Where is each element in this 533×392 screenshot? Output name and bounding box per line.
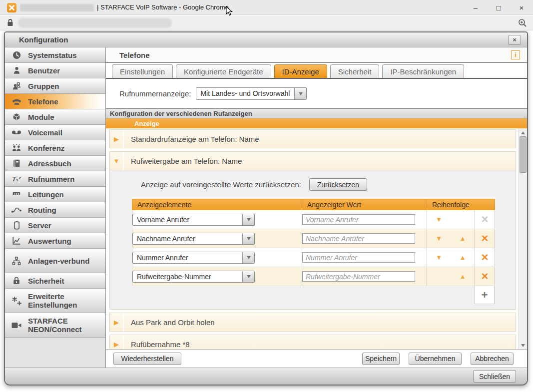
routing-icon xyxy=(5,206,28,213)
address-bar xyxy=(0,15,533,30)
chevron-down-icon[interactable] xyxy=(242,233,254,244)
tab-konfigurierte-endgeraete[interactable]: Konfigurierte Endgeräte xyxy=(176,64,271,78)
sidebar-item-systemstatus[interactable]: Systemstatus xyxy=(5,47,105,63)
move-up-icon[interactable]: ▲ xyxy=(451,273,475,280)
abbrechen-button[interactable]: Abbrechen xyxy=(471,353,514,365)
scroll-up-icon[interactable] xyxy=(519,129,527,136)
scroll-down-icon[interactable] xyxy=(519,342,527,349)
expand-right-icon[interactable]: ▶ xyxy=(110,313,124,331)
sidebar-item-benutzer[interactable]: Benutzer xyxy=(5,63,105,78)
col-reihenfolge: Reihenfolge xyxy=(427,199,495,210)
dialog-header: Konfiguration × xyxy=(5,32,527,47)
col-angezeigter-wert: Angezeigter Wert xyxy=(302,199,427,210)
accordion-scroll-area: ▶ Standardrufanzeige am Telefon: Name ▼ … xyxy=(106,128,527,350)
delete-row-icon[interactable]: × xyxy=(482,231,489,245)
chart-icon xyxy=(5,236,28,245)
move-up-icon[interactable]: ▲ xyxy=(451,235,475,242)
move-up-icon[interactable]: ▲ xyxy=(451,254,475,261)
delete-row-icon[interactable]: × xyxy=(482,269,489,283)
chevron-down-icon[interactable] xyxy=(242,252,254,263)
sidebar-item-voicemail[interactable]: Voicemail xyxy=(5,125,105,140)
minimize-button[interactable]: – xyxy=(464,0,487,15)
delete-row-icon[interactable]: × xyxy=(482,250,489,264)
accordion-item-standardrufanzeige: ▶ Standardrufanzeige am Telefon: Name xyxy=(109,129,516,148)
tab-ip-beschraenkungen[interactable]: IP-Beschränkungen xyxy=(382,64,464,78)
rufweitergabe-content: Anzeige auf voreingestellte Werte zurück… xyxy=(110,170,516,309)
tab-einstellungen[interactable]: Einstellungen xyxy=(112,64,173,78)
close-window-button[interactable]: × xyxy=(510,0,533,15)
move-down-icon[interactable]: ▼ xyxy=(427,216,451,223)
schliessen-button[interactable]: Schließen xyxy=(473,370,516,383)
sidebar-item-anlagenverbund[interactable]: Anlagen-verbund xyxy=(5,249,105,273)
sidebar-item-module[interactable]: Module xyxy=(5,109,105,125)
window-title: | STARFACE VoIP Software - Google Chrome xyxy=(97,3,229,11)
sidebar-item-gruppen[interactable]: Gruppen xyxy=(5,78,105,94)
page-title-bar: Telefone i xyxy=(106,47,527,63)
zuruecksetzen-button[interactable]: Zurücksetzen xyxy=(309,178,367,191)
dialog-title: Konfiguration xyxy=(19,35,508,44)
chevron-down-icon[interactable] xyxy=(294,88,306,99)
delete-row-icon: × xyxy=(482,212,489,226)
element-select-3[interactable]: Nummer Anrufer xyxy=(132,252,255,264)
element-select-1[interactable]: Vorname Anrufer xyxy=(132,214,255,226)
page-title: Telefone xyxy=(119,51,511,59)
sidebar-item-auswertung[interactable]: Auswertung xyxy=(5,233,105,249)
lock-icon xyxy=(7,18,13,29)
sidebar-item-erweiterte-einstellungen[interactable]: Erweiterte Einstellungen xyxy=(5,289,105,313)
uebernehmen-button[interactable]: Übernehmen xyxy=(409,353,462,365)
sidebar-item-starface-neon[interactable]: STARFACE NEON/Connect xyxy=(5,313,105,338)
chevron-down-icon[interactable] xyxy=(242,271,254,282)
element-select-4[interactable]: Rufweitergabe-Nummer xyxy=(132,271,255,283)
value-input-3[interactable] xyxy=(302,252,415,263)
mouse-cursor xyxy=(226,6,233,18)
chevron-down-icon[interactable] xyxy=(242,214,254,225)
gear-plus-icon xyxy=(5,296,28,306)
sidebar-item-server[interactable]: Server xyxy=(5,218,105,233)
move-down-icon[interactable]: ▼ xyxy=(427,254,451,261)
sidebar-item-telefone[interactable]: Telefone xyxy=(5,94,105,109)
reset-label: Anzeige auf voreingestellte Werte zurück… xyxy=(141,180,301,189)
zoom-page-icon[interactable] xyxy=(518,18,527,29)
dialog-close-button[interactable]: × xyxy=(508,35,521,45)
table-row: Nummer Anrufer ▼ ▲ × xyxy=(132,248,495,267)
speichern-button[interactable]: Speichern xyxy=(362,353,400,365)
action-buttons-row: Wiederherstellen Speichern Übernehmen Ab… xyxy=(106,350,527,368)
table-row: Nachname Anrufer ▼ ▲ × xyxy=(132,229,495,248)
dialog-footer: Schließen xyxy=(5,368,527,385)
number-display-row: Rufnummernanzeige: Mit Landes- und Ortsv… xyxy=(106,79,527,108)
cube-icon xyxy=(5,112,28,122)
info-icon[interactable]: i xyxy=(511,50,520,59)
move-down-icon[interactable]: ▼ xyxy=(427,235,451,242)
number-display-select[interactable]: Mit Landes- und Ortsvorwahl xyxy=(196,87,307,100)
expand-right-icon[interactable]: ▶ xyxy=(110,335,124,350)
vertical-scrollbar[interactable] xyxy=(519,128,527,350)
element-select-2[interactable]: Nachname Anrufer xyxy=(132,233,255,245)
section-header: Konfiguration der verschiedenen Rufanzei… xyxy=(106,108,527,118)
tab-sicherheit[interactable]: Sicherheit xyxy=(330,64,380,78)
collapse-down-icon[interactable]: ▼ xyxy=(110,152,124,170)
tab-id-anzeige[interactable]: ID-Anzeige xyxy=(274,64,327,78)
expand-right-icon[interactable]: ▶ xyxy=(110,130,124,148)
value-input-2[interactable] xyxy=(302,233,415,244)
lines-icon xyxy=(5,191,28,198)
anzeige-column-header: Anzeige xyxy=(106,118,527,128)
accordion-item-park-orbit: ▶ Aus Park and Orbit holen xyxy=(109,313,516,332)
sidebar-item-routing[interactable]: Routing xyxy=(5,202,105,218)
maximize-button[interactable]: □ xyxy=(487,0,510,15)
conference-icon xyxy=(5,143,28,153)
sidebar-item-sicherheit[interactable]: Sicherheit xyxy=(5,273,105,289)
sidebar-item-leitungen[interactable]: Leitungen xyxy=(5,187,105,202)
add-row-button[interactable]: + xyxy=(475,286,495,304)
tab-bar: Einstellungen Konfigurierte Endgeräte ID… xyxy=(106,63,527,79)
shield-lock-icon xyxy=(5,276,28,285)
value-input-4[interactable] xyxy=(302,271,415,282)
sidebar-item-adressbuch[interactable]: Adressbuch xyxy=(5,156,105,171)
sidebar-item-konferenz[interactable]: Konferenz xyxy=(5,140,105,156)
redacted-url[interactable] xyxy=(18,18,172,28)
sidebar-item-rufnummern[interactable]: 7₁² Rufnummern xyxy=(5,171,105,187)
wiederherstellen-button[interactable]: Wiederherstellen xyxy=(113,353,181,365)
scrollbar-thumb[interactable] xyxy=(520,136,527,173)
value-input-1[interactable] xyxy=(302,214,415,225)
camera-icon xyxy=(5,322,28,329)
voicemail-icon xyxy=(5,129,28,136)
